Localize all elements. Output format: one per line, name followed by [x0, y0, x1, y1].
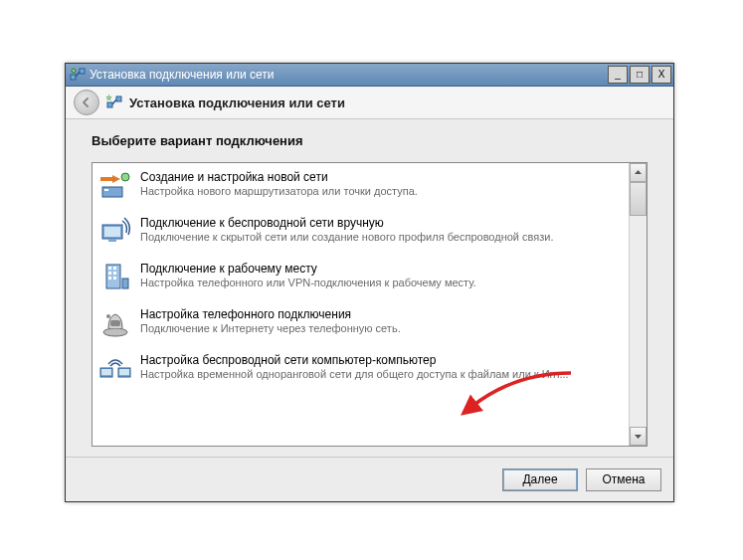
option-texts: Настройка беспроводной сети компьютер-ко…: [140, 352, 621, 380]
close-button[interactable]: X: [651, 66, 671, 84]
svg-rect-17: [108, 272, 111, 275]
wizard-header: Установка подключения или сети: [66, 87, 673, 119]
svg-line-6: [112, 99, 116, 104]
option-description: Настройка временной одноранговой сети дл…: [140, 368, 621, 380]
back-button[interactable]: [74, 90, 99, 115]
option-title: Настройка беспроводной сети компьютер-ко…: [140, 353, 621, 367]
svg-rect-15: [108, 267, 111, 270]
option-title: Подключение к беспроводной сети вручную: [140, 216, 621, 230]
svg-rect-16: [113, 267, 116, 270]
wireless-manual-icon: [98, 215, 132, 249]
scroll-up-button[interactable]: [630, 163, 647, 182]
svg-rect-5: [116, 96, 121, 101]
next-button[interactable]: Далее: [502, 468, 578, 491]
scroll-thumb[interactable]: [630, 182, 647, 216]
svg-rect-21: [122, 279, 128, 288]
connection-option[interactable]: Подключение к беспроводной сети вручнуюП…: [93, 209, 629, 255]
wizard-body: Выберите вариант подключения Создание и …: [66, 119, 673, 457]
svg-marker-9: [112, 175, 120, 183]
svg-point-22: [103, 328, 127, 336]
options-list: Создание и настройка новой сетиНастройка…: [93, 163, 629, 446]
svg-point-10: [121, 173, 129, 181]
scroll-down-button[interactable]: [630, 427, 647, 446]
wizard-window: Установка подключения или сети _ □ X Уст…: [65, 63, 674, 502]
svg-rect-4: [107, 102, 112, 107]
options-listbox: Создание и настройка новой сетиНастройка…: [92, 162, 648, 447]
workplace-icon: [98, 261, 132, 294]
svg-rect-12: [104, 227, 120, 237]
svg-rect-13: [108, 239, 116, 242]
wizard-title: Установка подключения или сети: [129, 95, 345, 110]
option-texts: Подключение к беспроводной сети вручнуюП…: [140, 215, 621, 243]
option-title: Создание и настройка новой сети: [140, 170, 621, 184]
svg-point-24: [106, 314, 110, 318]
svg-rect-26: [101, 369, 111, 375]
svg-rect-28: [119, 369, 129, 375]
dialup-icon: [98, 306, 132, 340]
svg-rect-19: [108, 277, 111, 280]
svg-rect-18: [113, 272, 116, 275]
option-texts: Подключение к рабочему местуНастройка те…: [140, 261, 621, 288]
vertical-scrollbar[interactable]: [629, 163, 647, 446]
cancel-button[interactable]: Отмена: [586, 468, 661, 491]
svg-rect-0: [71, 75, 76, 80]
option-description: Подключение к Интернету через телефонную…: [140, 322, 621, 334]
connection-option[interactable]: Создание и настройка новой сетиНастройка…: [93, 163, 629, 209]
svg-point-3: [72, 69, 76, 73]
connection-option[interactable]: Настройка телефонного подключенияПодключ…: [93, 300, 629, 346]
svg-rect-7: [102, 187, 122, 197]
adhoc-icon: [98, 352, 132, 386]
router-new-icon: [98, 169, 132, 203]
window-controls: _ □ X: [606, 66, 671, 84]
maximize-button[interactable]: □: [630, 66, 650, 84]
window-title: Установка подключения или сети: [90, 68, 606, 82]
option-description: Настройка телефонного или VPN-подключени…: [140, 277, 621, 288]
connection-option[interactable]: Подключение к рабочему местуНастройка те…: [93, 255, 629, 300]
connection-option[interactable]: Настройка беспроводной сети компьютер-ко…: [93, 346, 629, 392]
titlebar: Установка подключения или сети _ □ X: [66, 64, 673, 87]
svg-rect-1: [80, 69, 85, 74]
wizard-footer: Далее Отмена: [66, 457, 673, 501]
minimize-button[interactable]: _: [608, 66, 628, 84]
svg-rect-8: [104, 189, 108, 191]
option-texts: Настройка телефонного подключенияПодключ…: [140, 306, 621, 334]
page-heading: Выберите вариант подключения: [92, 133, 648, 148]
option-title: Настройка телефонного подключения: [140, 307, 621, 321]
scroll-track[interactable]: [630, 182, 647, 427]
svg-rect-23: [110, 320, 120, 326]
svg-rect-20: [113, 277, 116, 280]
option-texts: Создание и настройка новой сетиНастройка…: [140, 169, 621, 197]
svg-line-2: [76, 72, 80, 77]
network-app-icon: [70, 67, 86, 83]
option-description: Настройка нового маршрутизатора или точк…: [140, 185, 621, 197]
network-wizard-icon: [105, 93, 123, 111]
option-description: Подключение к скрытой сети или создание …: [140, 231, 621, 243]
option-title: Подключение к рабочему месту: [140, 262, 621, 276]
